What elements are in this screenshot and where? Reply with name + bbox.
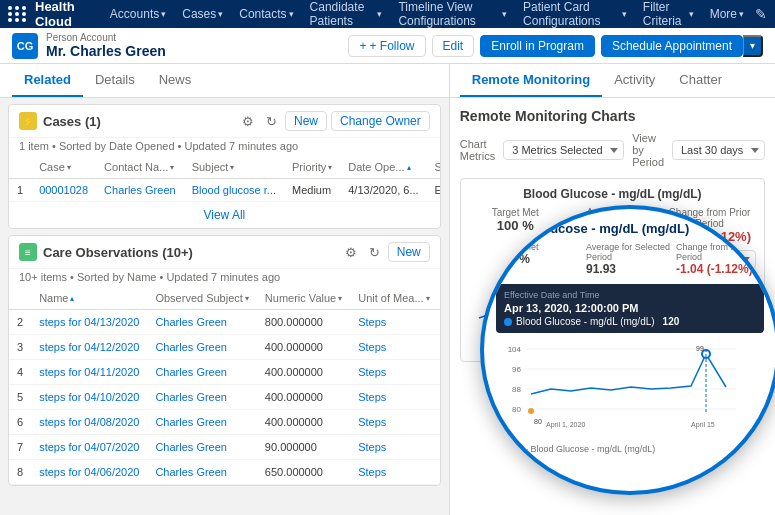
care-name-link[interactable]: steps for 04/12/2020 <box>39 341 139 353</box>
table-row: 5 steps for 04/10/2020 Charles Green 400… <box>9 385 441 410</box>
care-value-cell: 800.000000 <box>257 310 350 335</box>
tab-details[interactable]: Details <box>83 64 147 97</box>
right-panel: Remote Monitoring Activity Chatter Remot… <box>449 64 775 515</box>
chevron-icon: ▾ <box>502 9 507 19</box>
care-table: Name ▴ Observed Subject ▾ Numeric Value … <box>9 287 441 485</box>
care-subject-link[interactable]: Charles Green <box>155 366 227 378</box>
care-name-link[interactable]: steps for 04/07/2020 <box>39 441 139 453</box>
svg-point-11 <box>528 408 534 414</box>
th-status[interactable]: Status ▾ <box>435 161 441 173</box>
care-name-link[interactable]: steps for 04/06/2020 <box>39 466 139 478</box>
care-title: Care Observations (10+) <box>43 245 335 260</box>
care-name-link[interactable]: steps for 04/11/2020 <box>39 366 139 378</box>
cases-card-header: ⚡ Cases (1) ⚙ ↻ New Change Owner <box>9 105 440 138</box>
magnified-chart-svg: 104 96 88 80 80 <box>496 339 746 439</box>
subject-link[interactable]: Blood glucose r... <box>192 184 276 196</box>
care-name-link[interactable]: steps for 04/10/2020 <box>39 391 139 403</box>
tab-chatter[interactable]: Chatter <box>667 64 734 97</box>
care-value-cell: 90.000000 <box>257 435 350 460</box>
nav-accounts[interactable]: Accounts ▾ <box>103 0 173 28</box>
tab-activity[interactable]: Activity <box>602 64 667 97</box>
schedule-group: Schedule Appointment ▾ <box>601 35 763 57</box>
care-unit-link[interactable]: Steps <box>358 416 386 428</box>
care-subject-link[interactable]: Charles Green <box>155 316 227 328</box>
tab-news[interactable]: News <box>147 64 204 97</box>
th-contact[interactable]: Contact Na... ▾ <box>104 161 174 173</box>
nav-cases[interactable]: Cases ▾ <box>175 0 230 28</box>
care-unit-link[interactable]: Steps <box>358 316 386 328</box>
case-link[interactable]: 00001028 <box>39 184 88 196</box>
th-priority[interactable]: Priority ▾ <box>292 161 332 173</box>
chevron-icon: ▾ <box>739 9 744 19</box>
nav-timeline-view[interactable]: Timeline View Configurations ▾ <box>391 0 514 28</box>
tab-related[interactable]: Related <box>12 64 83 97</box>
svg-text:96: 96 <box>512 365 521 374</box>
edit-icon[interactable]: ✎ <box>755 6 767 22</box>
care-unit-link[interactable]: Steps <box>358 466 386 478</box>
care-subject-link[interactable]: Charles Green <box>155 466 227 478</box>
tooltip-series-label: Blood Glucose - mg/dL (mg/dL) <box>516 316 655 327</box>
nav-more[interactable]: More ▾ <box>703 0 751 28</box>
app-launcher-icon[interactable] <box>8 6 27 22</box>
th-unit[interactable]: Unit of Mea... ▾ <box>358 292 429 304</box>
care-subject-link[interactable]: Charles Green <box>155 391 227 403</box>
care-unit-link[interactable]: Steps <box>358 391 386 403</box>
magnified-chart-wrap: 104 96 88 80 80 <box>496 339 764 479</box>
status-badge: Escalated <box>427 179 441 202</box>
care-name-link[interactable]: steps for 04/13/2020 <box>39 316 139 328</box>
cases-icon: ⚡ <box>19 112 37 130</box>
chart-tooltip: Effective Date and Time Apr 13, 2020, 12… <box>496 284 764 333</box>
nav-candidate-patients[interactable]: Candidate Patients ▾ <box>303 0 390 28</box>
care-value-cell: 400.000000 <box>257 385 350 410</box>
th-name[interactable]: Name ▴ <box>39 292 74 304</box>
nav-filter-criteria[interactable]: Filter Criteria ▾ <box>636 0 701 28</box>
care-settings-button[interactable]: ⚙ <box>341 243 361 262</box>
th-date[interactable]: Date Ope... ▴ <box>348 161 410 173</box>
top-nav: Health Cloud Accounts ▾ Cases ▾ Contacts… <box>0 0 775 28</box>
contact-link[interactable]: Charles Green <box>104 184 176 196</box>
care-new-button[interactable]: New <box>388 242 430 262</box>
th-case[interactable]: Case ▾ <box>39 161 71 173</box>
record-header: CG Person Account Mr. Charles Green + Fo… <box>0 28 775 64</box>
tab-remote-monitoring[interactable]: Remote Monitoring <box>460 64 602 97</box>
record-info: Person Account Mr. Charles Green <box>46 32 340 59</box>
nav-contacts[interactable]: Contacts ▾ <box>232 0 300 28</box>
tooltip-date-label: Effective Date and Time <box>504 290 756 300</box>
th-subject[interactable]: Subject ▾ <box>192 161 235 173</box>
cases-new-button[interactable]: New <box>285 111 327 131</box>
right-content: Remote Monitoring Charts Chart Metrics 3… <box>450 98 775 515</box>
edit-button[interactable]: Edit <box>432 35 475 57</box>
main-area: Related Details News ⚡ Cases (1) ⚙ ↻ New… <box>0 64 775 515</box>
care-subject-link[interactable]: Charles Green <box>155 416 227 428</box>
care-card-header: ≡ Care Observations (10+) ⚙ ↻ New <box>9 236 440 269</box>
care-name-link[interactable]: steps for 04/08/2020 <box>39 416 139 428</box>
follow-button[interactable]: + Follow <box>348 35 425 57</box>
cases-settings-button[interactable]: ⚙ <box>238 112 258 131</box>
mag-metric-avg: Average for Selected Period 91.93 <box>586 242 674 276</box>
schedule-button[interactable]: Schedule Appointment <box>601 35 743 57</box>
care-unit-link[interactable]: Steps <box>358 341 386 353</box>
th-observed-subject[interactable]: Observed Subject ▾ <box>155 292 248 304</box>
tooltip-series-value: 120 <box>663 316 680 327</box>
magnified-metrics: Target Met 100 % Average for Selected Pe… <box>496 242 764 276</box>
cases-change-owner-button[interactable]: Change Owner <box>331 111 430 131</box>
care-icon: ≡ <box>19 243 37 261</box>
care-refresh-button[interactable]: ↻ <box>365 243 384 262</box>
cases-refresh-button[interactable]: ↻ <box>262 112 281 131</box>
svg-text:104: 104 <box>508 345 522 354</box>
svg-text:80: 80 <box>534 418 542 425</box>
th-numeric-value[interactable]: Numeric Value ▾ <box>265 292 342 304</box>
chevron-icon: ▾ <box>218 9 223 19</box>
schedule-dropdown-button[interactable]: ▾ <box>743 35 763 57</box>
nav-patient-card[interactable]: Patient Card Configurations ▾ <box>516 0 634 28</box>
avatar: CG <box>12 33 38 59</box>
care-unit-link[interactable]: Steps <box>358 366 386 378</box>
care-subject-link[interactable]: Charles Green <box>155 341 227 353</box>
enroll-button[interactable]: Enroll in Program <box>480 35 595 57</box>
care-unit-link[interactable]: Steps <box>358 441 386 453</box>
care-subject-link[interactable]: Charles Green <box>155 441 227 453</box>
table-row: 1 00001028 Charles Green Blood glucose r… <box>9 179 441 202</box>
period-select[interactable]: Last 30 days <box>672 140 765 160</box>
tooltip-series: Blood Glucose - mg/dL (mg/dL) 120 <box>504 316 756 327</box>
metrics-select[interactable]: 3 Metrics Selected <box>503 140 624 160</box>
